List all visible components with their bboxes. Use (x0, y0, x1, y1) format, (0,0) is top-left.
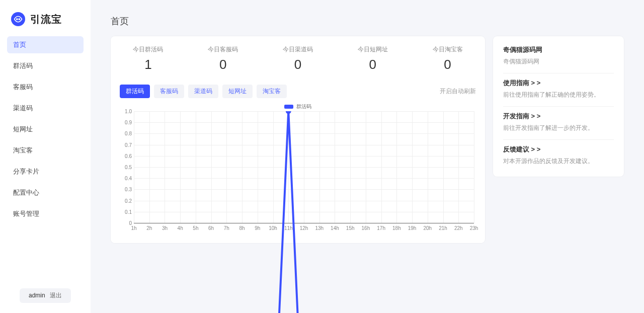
sidebar-footer: admin 退出 (0, 288, 91, 313)
brand-logo-icon (11, 12, 25, 26)
stat-title: 今日淘宝客 (410, 45, 485, 54)
stat-value: 0 (335, 57, 410, 72)
x-tick: 16h (362, 225, 370, 231)
svg-point-12 (286, 111, 291, 114)
side-link-3[interactable]: 反馈建议 > > (503, 145, 614, 154)
x-tick: 8h (239, 225, 245, 231)
x-tick: 1h (131, 225, 136, 231)
side-link-0[interactable]: 奇偶猫源码网 (503, 45, 614, 54)
brand-name: 引流宝 (30, 13, 62, 26)
stat-value: 0 (410, 57, 485, 72)
stat-3: 今日短网址0 (335, 45, 410, 72)
y-tick: 0 (120, 220, 132, 226)
y-tick: 0.7 (120, 142, 132, 147)
chart-tab-1[interactable]: 客服码 (154, 85, 184, 98)
sidebar-item-5[interactable]: 淘宝客 (7, 142, 84, 159)
stat-title: 今日渠道码 (261, 45, 336, 54)
page-title: 首页 (91, 0, 644, 36)
chart-tab-4[interactable]: 淘宝客 (257, 85, 287, 98)
sidebar-item-8[interactable]: 账号管理 (7, 205, 84, 222)
x-tick: 12h (300, 225, 308, 231)
current-user: admin (29, 292, 45, 299)
x-tick: 11h (284, 225, 293, 231)
x-tick: 15h (346, 225, 355, 231)
x-tick: 19h (408, 225, 417, 231)
y-tick: 0.4 (120, 176, 132, 181)
svg-point-1 (19, 19, 20, 20)
links-card: 奇偶猫源码网奇偶猫源码网使用指南 > >前往使用指南了解正确的使用姿势。开发指南… (493, 36, 624, 177)
stat-4: 今日淘宝客0 (410, 45, 485, 72)
stat-title: 今日客服码 (186, 45, 261, 54)
brand[interactable]: 引流宝 (7, 12, 84, 26)
chart-tab-2[interactable]: 渠道码 (188, 85, 218, 98)
stat-1: 今日客服码0 (186, 45, 261, 72)
x-tick: 2h (146, 225, 152, 231)
logout-link[interactable]: 退出 (50, 292, 62, 299)
x-tick: 7h (224, 225, 229, 231)
main: 首页 今日群活码1今日客服码0今日渠道码0今日短网址0今日淘宝客0 群活码客服码… (91, 0, 644, 313)
stat-0: 今日群活码1 (111, 45, 186, 72)
auto-refresh-toggle[interactable]: 开启自动刷新 (440, 87, 476, 96)
y-tick: 0.6 (120, 153, 132, 159)
stat-value: 0 (186, 57, 261, 72)
chart-tabs: 群活码客服码渠道码短网址淘宝客开启自动刷新 (120, 85, 476, 98)
sidebar-item-1[interactable]: 群活码 (7, 57, 84, 74)
sidebar-item-6[interactable]: 分享卡片 (7, 163, 84, 180)
x-tick: 22h (454, 225, 463, 231)
side-link-2[interactable]: 开发指南 > > (503, 112, 614, 121)
chart-tab-0[interactable]: 群活码 (120, 85, 150, 98)
x-tick: 23h (470, 225, 478, 231)
x-tick: 10h (269, 225, 277, 231)
x-tick: 3h (162, 225, 168, 231)
y-tick: 0.8 (120, 131, 132, 136)
side-link-desc-0: 奇偶猫源码网 (503, 57, 614, 66)
x-tick: 6h (208, 225, 214, 231)
sidebar-item-0[interactable]: 首页 (7, 36, 84, 53)
side-link-desc-2: 前往开发指南了解进一步的开发。 (503, 124, 614, 132)
y-tick: 0.9 (120, 120, 132, 125)
chart: 群活码 1h2h3h4h5h6h7h8h9h10h11h12h13h14h15h… (120, 103, 476, 234)
y-tick: 0.1 (120, 209, 132, 214)
stat-value: 1 (111, 57, 186, 72)
sidebar-item-7[interactable]: 配置中心 (7, 184, 84, 201)
side-link-1[interactable]: 使用指南 > > (503, 79, 614, 88)
sidebar-item-3[interactable]: 渠道码 (7, 100, 84, 117)
x-tick: 13h (315, 225, 324, 231)
svg-point-0 (17, 19, 18, 20)
x-tick: 9h (255, 225, 260, 231)
sidebar-item-4[interactable]: 短网址 (7, 121, 84, 138)
legend-swatch-icon (284, 105, 293, 109)
x-tick: 21h (439, 225, 447, 231)
stats-row: 今日群活码1今日客服码0今日渠道码0今日短网址0今日淘宝客0 (111, 36, 485, 77)
x-tick: 18h (392, 225, 401, 231)
legend-label: 群活码 (296, 103, 311, 110)
y-tick: 0.5 (120, 165, 132, 170)
x-tick: 5h (193, 225, 198, 231)
y-tick: 0.2 (120, 198, 132, 203)
y-tick: 0.3 (120, 187, 132, 192)
y-tick: 1.0 (120, 109, 132, 114)
stat-title: 今日短网址 (335, 45, 410, 54)
stat-value: 0 (261, 57, 336, 72)
nav: 首页群活码客服码渠道码短网址淘宝客分享卡片配置中心账号管理 (0, 31, 91, 288)
sidebar-item-2[interactable]: 客服码 (7, 79, 84, 96)
x-tick: 14h (331, 225, 339, 231)
side-link-desc-3: 对本开源作品的反馈及开发建议。 (503, 157, 614, 166)
side-link-desc-1: 前往使用指南了解正确的使用姿势。 (503, 91, 614, 99)
stat-title: 今日群活码 (111, 45, 186, 54)
chart-legend: 群活码 (284, 103, 311, 110)
dashboard-card: 今日群活码1今日客服码0今日渠道码0今日短网址0今日淘宝客0 群活码客服码渠道码… (111, 36, 485, 243)
chart-tab-3[interactable]: 短网址 (222, 85, 253, 98)
x-tick: 17h (377, 225, 385, 231)
x-tick: 20h (423, 225, 432, 231)
x-tick: 4h (178, 225, 183, 231)
stat-2: 今日渠道码0 (261, 45, 336, 72)
sidebar: 引流宝 首页群活码客服码渠道码短网址淘宝客分享卡片配置中心账号管理 admin … (0, 0, 91, 313)
